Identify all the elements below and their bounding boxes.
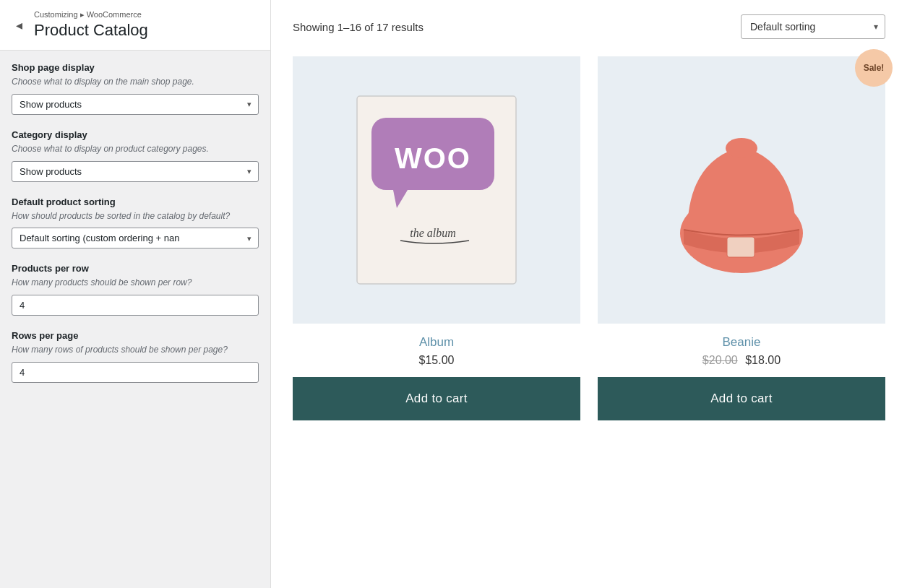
section-title-products-per-row: Products per row (12, 263, 259, 274)
category-display-select-wrapper: Show products Show categories Show categ… (12, 161, 259, 182)
section-shop-page-display: Shop page display Choose what to display… (12, 62, 259, 115)
section-desc-rows-per-page: How many rows of products should be show… (12, 344, 259, 356)
svg-point-7 (726, 138, 757, 158)
product-grid: WOO the album Album $15.00 Add to cart S… (293, 56, 885, 420)
section-desc-products-per-row: How many products should be shown per ro… (12, 277, 259, 289)
sorting-select[interactable]: Default sorting Sort by popularity Sort … (741, 14, 885, 39)
products-per-row-input[interactable] (12, 295, 259, 316)
results-text: Showing 1–16 of 17 results (293, 21, 424, 33)
section-title-shop-page-display: Shop page display (12, 62, 259, 73)
price-sale-beanie: $18.00 (745, 354, 781, 366)
default-sorting-select[interactable]: Default sorting (custom ordering + nan S… (12, 228, 259, 248)
price-regular-album: $15.00 (419, 354, 455, 366)
product-card-beanie: Sale! (598, 56, 885, 420)
product-image-album: WOO the album (293, 56, 580, 324)
section-default-sorting: Default product sorting How should produ… (12, 196, 259, 249)
section-rows-per-page: Rows per page How many rows of products … (12, 330, 259, 383)
section-title-rows-per-page: Rows per page (12, 330, 259, 341)
section-title-default-sorting: Default product sorting (12, 196, 259, 207)
svg-text:WOO: WOO (395, 142, 471, 174)
section-products-per-row: Products per row How many products shoul… (12, 263, 259, 316)
shop-page-display-select[interactable]: Show products Show categories Show categ… (12, 94, 259, 115)
album-svg: WOO the album (350, 89, 523, 291)
sidebar-content: Shop page display Choose what to display… (0, 51, 270, 409)
breadcrumb: Customizing ▸ WooCommerce (34, 10, 148, 20)
main-header: Showing 1–16 of 17 results Default sorti… (293, 14, 885, 39)
svg-rect-6 (727, 237, 755, 257)
main-content: Showing 1–16 of 17 results Default sorti… (271, 0, 907, 588)
svg-text:the  album: the album (410, 227, 456, 239)
sorting-wrapper: Default sorting Sort by popularity Sort … (741, 14, 885, 39)
product-image-beanie (598, 56, 885, 324)
section-category-display: Category display Choose what to display … (12, 129, 259, 182)
product-image-wrapper-album: WOO the album (293, 56, 580, 324)
page-title: Product Catalog (34, 21, 148, 40)
section-title-category-display: Category display (12, 129, 259, 140)
price-original-beanie: $20.00 (702, 354, 738, 366)
shop-page-display-select-wrapper: Show products Show categories Show categ… (12, 94, 259, 115)
product-name-album: Album (293, 335, 580, 350)
default-sorting-select-wrapper: Default sorting (custom ordering + nan S… (12, 228, 259, 248)
back-button[interactable]: ◂ (12, 19, 27, 32)
section-desc-default-sorting: How should products be sorted in the cat… (12, 210, 259, 222)
sidebar-header: ◂ Customizing ▸ WooCommerce Product Cata… (0, 0, 270, 51)
rows-per-page-input[interactable] (12, 362, 259, 383)
product-price-album: $15.00 (293, 354, 580, 367)
product-price-beanie: $20.00 $18.00 (598, 354, 885, 367)
section-desc-category-display: Choose what to display on product catego… (12, 143, 259, 155)
add-to-cart-button-album[interactable]: Add to cart (293, 377, 580, 420)
header-text: Customizing ▸ WooCommerce Product Catalo… (34, 10, 148, 40)
sidebar: ◂ Customizing ▸ WooCommerce Product Cata… (0, 0, 271, 588)
product-name-beanie: Beanie (598, 335, 885, 350)
product-image-wrapper-beanie: Sale! (598, 56, 885, 324)
sale-badge-beanie: Sale! (855, 49, 893, 87)
category-display-select[interactable]: Show products Show categories Show categ… (12, 161, 259, 182)
product-card-album: WOO the album Album $15.00 Add to cart (293, 56, 580, 420)
beanie-svg (662, 89, 821, 291)
add-to-cart-button-beanie[interactable]: Add to cart (598, 377, 885, 420)
section-desc-shop-page-display: Choose what to display on the main shop … (12, 76, 259, 88)
